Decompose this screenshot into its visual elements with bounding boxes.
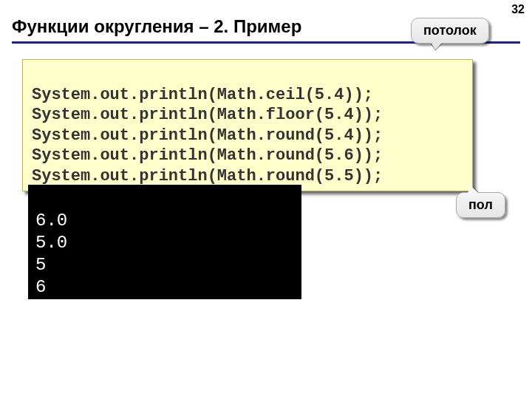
code-line: System.out.println(Math.ceil(5.4));: [32, 86, 373, 104]
console-line: 6: [35, 277, 46, 297]
callout-ceil: потолок: [411, 18, 489, 44]
console-line: 5.0: [35, 233, 67, 253]
console-line: 6: [35, 299, 46, 319]
page-number: 32: [511, 3, 525, 16]
page-title: Функции округления – 2. Пример: [12, 16, 301, 37]
callout-label: потолок: [423, 23, 477, 38]
console-line: 5: [35, 255, 46, 275]
code-line: System.out.println(Math.round(5.6));: [32, 146, 383, 165]
code-line: System.out.println(Math.round(5.4));: [32, 126, 383, 145]
callout-floor: пол: [456, 192, 505, 218]
code-line: System.out.println(Math.floor(5.4));: [32, 106, 383, 124]
console-output: 6.0 5.0 5 6 6: [28, 185, 301, 299]
code-block: System.out.println(Math.ceil(5.4)); Syst…: [22, 59, 473, 191]
code-line: System.out.println(Math.round(5.5));: [32, 167, 383, 185]
callout-label: пол: [468, 197, 493, 212]
console-line: 6.0: [35, 211, 67, 231]
